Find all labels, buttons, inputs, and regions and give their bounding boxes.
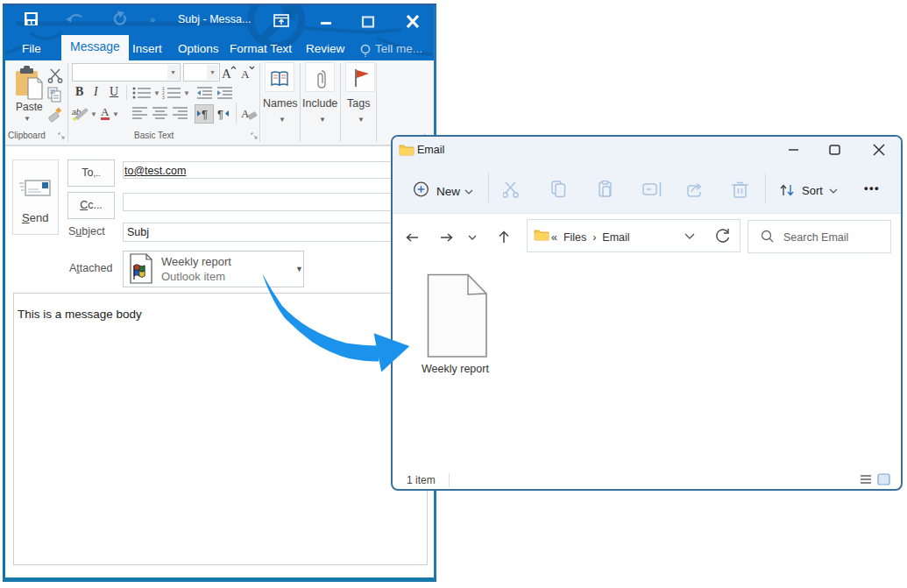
- svg-text:A: A: [101, 106, 110, 118]
- svg-text:▼: ▼: [90, 110, 97, 118]
- svg-text:A: A: [241, 107, 250, 120]
- svg-text:▼: ▼: [183, 89, 190, 97]
- svg-text:A: A: [222, 67, 231, 81]
- svg-text:▼: ▼: [112, 110, 119, 118]
- svg-text:¶: ¶: [202, 108, 208, 121]
- svg-text:¶: ¶: [217, 108, 223, 121]
- svg-text:»: »: [150, 14, 155, 25]
- svg-text:A: A: [241, 67, 250, 81]
- svg-text:▼: ▼: [153, 89, 160, 97]
- svg-text:3: 3: [162, 95, 165, 100]
